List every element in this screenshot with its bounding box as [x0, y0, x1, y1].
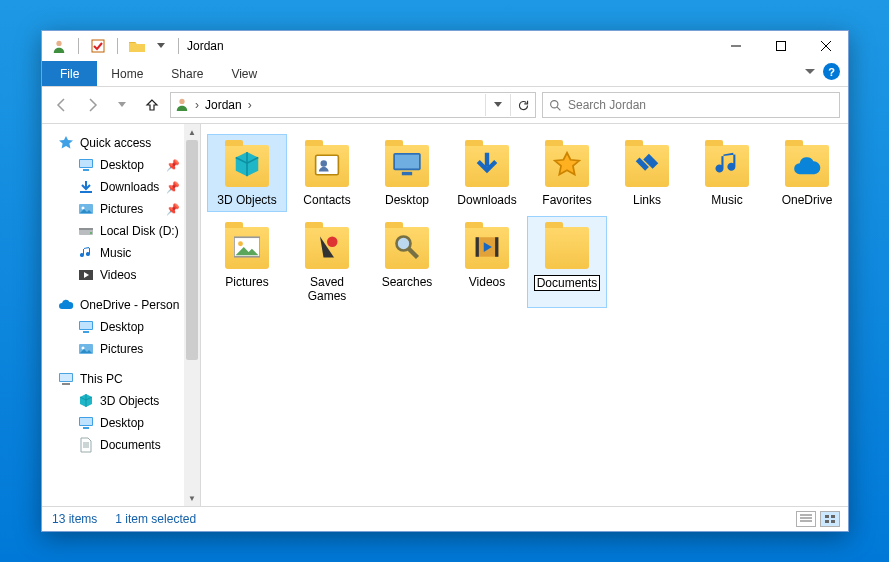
chevron-right-icon[interactable]: ›: [248, 98, 252, 112]
folder-icon[interactable]: [126, 35, 148, 57]
tree-group-onedrive[interactable]: OneDrive - Person: [42, 294, 200, 316]
svg-point-7: [551, 100, 558, 107]
tree-label: Music: [100, 246, 131, 260]
music-icon: [78, 245, 94, 261]
tab-share[interactable]: Share: [157, 61, 217, 86]
item-music[interactable]: Music: [687, 134, 767, 212]
item-pictures[interactable]: Pictures: [207, 216, 287, 308]
caret-down-icon[interactable]: [150, 35, 172, 57]
status-bar: 13 items 1 item selected: [42, 506, 848, 531]
tree-item-qa-downloads[interactable]: Downloads📌: [42, 176, 200, 198]
close-button[interactable]: [803, 31, 848, 61]
svg-rect-51: [825, 520, 829, 523]
tree-label: Pictures: [100, 342, 143, 356]
item-favorites[interactable]: Favorites: [527, 134, 607, 212]
tree-item-qa-desktop[interactable]: Desktop📌: [42, 154, 200, 176]
video-icon: [463, 223, 511, 271]
forward-button[interactable]: [80, 93, 104, 117]
address-bar[interactable]: › Jordan ›: [170, 92, 536, 118]
item-label: Favorites: [542, 193, 591, 207]
item-3d-objects[interactable]: 3D Objects: [207, 134, 287, 212]
user-icon: [175, 97, 189, 114]
back-button[interactable]: [50, 93, 74, 117]
svg-rect-50: [831, 515, 835, 518]
tree-group-this_pc[interactable]: This PC: [42, 368, 200, 390]
tree-label: Downloads: [100, 180, 159, 194]
search-big-icon: [383, 223, 431, 271]
download-big-icon: [463, 141, 511, 189]
recent-locations-button[interactable]: [110, 93, 134, 117]
item-contacts[interactable]: Contacts: [287, 134, 367, 212]
ribbon-expand-icon[interactable]: [805, 65, 815, 79]
maximize-button[interactable]: [758, 31, 803, 61]
item-documents[interactable]: Documents: [527, 216, 607, 308]
item-label: Links: [633, 193, 661, 207]
cube-icon: [78, 393, 94, 409]
star-icon: [543, 141, 591, 189]
svg-rect-37: [402, 172, 412, 175]
minimize-button[interactable]: [713, 31, 758, 61]
svg-rect-33: [316, 155, 339, 175]
tree-item-od-pictures[interactable]: Pictures: [42, 338, 200, 360]
games-icon: [303, 223, 351, 271]
tree-item-pc-documents[interactable]: Documents: [42, 434, 200, 456]
address-dropdown-button[interactable]: [485, 94, 510, 116]
navigation-pane[interactable]: Quick accessDesktop📌Downloads📌Pictures📌L…: [42, 124, 201, 506]
svg-point-40: [327, 237, 338, 248]
tree-item-qa-videos[interactable]: Videos: [42, 264, 200, 286]
title-bar[interactable]: Jordan: [42, 31, 848, 61]
svg-point-34: [321, 160, 328, 167]
item-saved-games[interactable]: Saved Games: [287, 216, 367, 308]
item-downloads[interactable]: Downloads: [447, 134, 527, 212]
breadcrumb-item[interactable]: Jordan: [205, 98, 242, 112]
scroll-thumb[interactable]: [186, 140, 198, 360]
tree-label: Quick access: [80, 136, 151, 150]
picture-icon: [223, 223, 271, 271]
details-view-button[interactable]: [796, 511, 816, 527]
tree-item-qa-d[interactable]: Local Disk (D:): [42, 220, 200, 242]
properties-checkbox-icon[interactable]: [87, 35, 109, 57]
item-desktop[interactable]: Desktop: [367, 134, 447, 212]
item-searches[interactable]: Searches: [367, 216, 447, 308]
svg-point-39: [238, 241, 243, 246]
tree-group-quick_access[interactable]: Quick access: [42, 132, 200, 154]
large-icons-view-button[interactable]: [820, 511, 840, 527]
chevron-right-icon[interactable]: ›: [195, 98, 199, 112]
desktop-icon: [78, 319, 94, 335]
item-videos[interactable]: Videos: [447, 216, 527, 308]
tree-item-qa-pictures[interactable]: Pictures📌: [42, 198, 200, 220]
tree-label: Local Disk (D:): [100, 224, 179, 238]
tree-item-pc-desktop[interactable]: Desktop: [42, 412, 200, 434]
star-blue-icon: [58, 135, 74, 151]
svg-rect-52: [831, 520, 835, 523]
link-icon: [623, 141, 671, 189]
tab-home[interactable]: Home: [97, 61, 157, 86]
item-onedrive[interactable]: OneDrive: [767, 134, 847, 212]
tree-label: Desktop: [100, 320, 144, 334]
desktop-icon: [78, 415, 94, 431]
tab-view[interactable]: View: [217, 61, 271, 86]
status-item-count: 13 items: [52, 512, 97, 526]
tree-item-pc-3d[interactable]: 3D Objects: [42, 390, 200, 412]
pin-icon: 📌: [166, 159, 180, 172]
navpane-scrollbar[interactable]: ▲ ▼: [184, 124, 200, 506]
search-box[interactable]: Search Jordan: [542, 92, 840, 118]
up-button[interactable]: [140, 93, 164, 117]
svg-rect-12: [80, 191, 92, 193]
item-links[interactable]: Links: [607, 134, 687, 212]
scroll-down-icon[interactable]: ▼: [184, 490, 200, 506]
tree-item-qa-music[interactable]: Music: [42, 242, 200, 264]
help-button[interactable]: ?: [823, 63, 840, 80]
item-label: 3D Objects: [217, 193, 276, 207]
scroll-up-icon[interactable]: ▲: [184, 124, 200, 140]
tab-file[interactable]: File: [42, 61, 97, 86]
tree-label: This PC: [80, 372, 123, 386]
item-label: Videos: [469, 275, 505, 289]
refresh-button[interactable]: [510, 94, 535, 116]
file-explorer-window: Jordan File Home Share View ? › Jordan ›: [41, 30, 849, 532]
tree-item-od-desktop[interactable]: Desktop: [42, 316, 200, 338]
svg-rect-10: [80, 160, 92, 167]
window-controls: [713, 31, 848, 61]
rename-input[interactable]: Documents: [534, 275, 601, 291]
items-view[interactable]: 3D ObjectsContactsDesktopDownloadsFavori…: [201, 124, 848, 506]
